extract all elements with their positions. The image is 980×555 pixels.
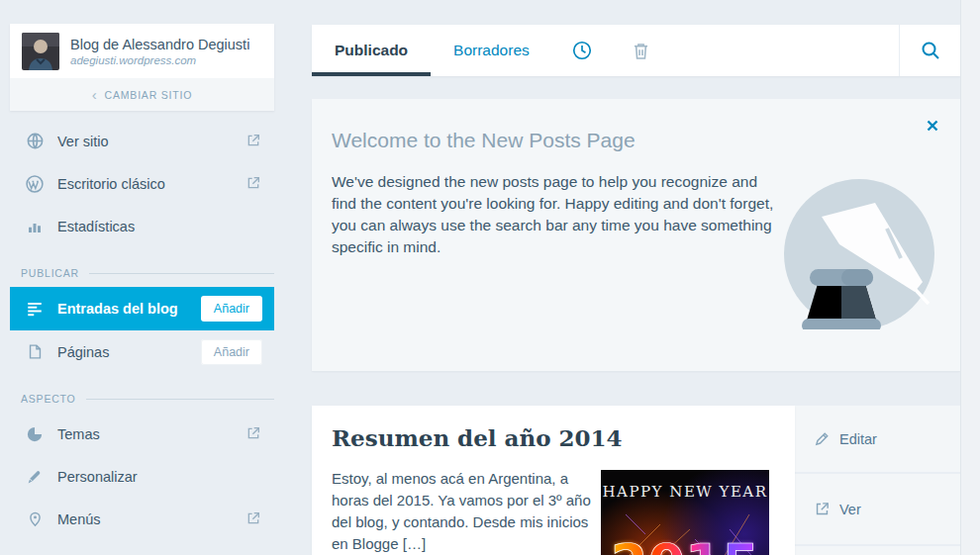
thumb-caption-top: HAPPY NEW YEAR <box>602 483 767 501</box>
edit-post-button[interactable]: Editar <box>795 406 960 472</box>
trash-icon <box>631 41 651 61</box>
site-avatar <box>22 33 59 70</box>
external-link-icon <box>245 510 262 527</box>
external-link-icon <box>245 175 262 192</box>
welcome-banner: Welcome to the New Posts Page We've desi… <box>312 99 960 371</box>
close-banner-button[interactable] <box>924 117 943 137</box>
location-pin-icon <box>25 509 45 529</box>
sidebar-item-label: Menús <box>57 511 245 527</box>
section-divider <box>86 399 274 400</box>
sidebar-item-label: Personalizar <box>57 469 262 485</box>
trashed-posts-button[interactable] <box>612 25 671 76</box>
section-label: PUBLICAR <box>21 267 79 279</box>
search-icon <box>919 39 942 62</box>
pencil-icon <box>814 430 831 447</box>
site-card: Blog de Alessandro Degiusti adegiusti.wo… <box>10 24 274 111</box>
tab-published[interactable]: Publicado <box>312 25 431 76</box>
tab-drafts[interactable]: Borradores <box>431 25 552 76</box>
sidebar-item-estadisticas[interactable]: Estadísticas <box>10 205 274 247</box>
post-main: Resumen del año 2014 Estoy, al menos acá… <box>312 406 795 555</box>
sidebar-section-publicar: PUBLICAR <box>21 267 274 279</box>
stats-bars-icon <box>25 217 45 236</box>
wordpress-posts-page: Blog de Alessandro Degiusti adegiusti.wo… <box>0 0 980 555</box>
sidebar-item-label: Escritorio clásico <box>57 176 245 192</box>
main-content: Publicado Borradores Welcome to the New … <box>312 0 960 555</box>
posts-filter-bar: Publicado Borradores <box>312 25 960 76</box>
site-title: Blog de Alessandro Degiusti <box>70 37 249 52</box>
post-excerpt: Estoy, al menos acá en Argentina, a hora… <box>332 468 597 555</box>
welcome-title: Welcome to the New Posts Page <box>332 129 636 152</box>
sidebar-item-ver-sitio[interactable]: Ver sitio <box>10 120 274 162</box>
view-post-button[interactable]: Ver <box>795 474 960 544</box>
post-title[interactable]: Resumen del año 2014 <box>332 424 623 451</box>
site-text: Blog de Alessandro Degiusti adegiusti.wo… <box>70 37 249 66</box>
sidebar-item-label: Páginas <box>57 344 201 360</box>
sidebar-item-menus[interactable]: Menús <box>10 498 274 540</box>
sidebar-item-label: Estadísticas <box>57 219 262 234</box>
post-thumbnail[interactable]: HAPPY NEW YEAR 2015 2015 <box>601 470 769 555</box>
sidebar-item-label: Entradas del blog <box>57 301 201 317</box>
external-link-icon <box>245 425 262 442</box>
chevron-left-icon: ‹ <box>92 87 98 102</box>
view-label: Ver <box>839 502 861 517</box>
scheduled-posts-button[interactable] <box>552 25 612 76</box>
sidebar-item-escritorio-clasico[interactable]: Escritorio clásico <box>10 162 274 205</box>
search-button[interactable] <box>899 25 960 76</box>
current-site[interactable]: Blog de Alessandro Degiusti adegiusti.wo… <box>10 24 274 78</box>
external-link-icon <box>814 501 831 517</box>
add-page-button[interactable]: Añadir <box>201 339 262 365</box>
section-divider <box>89 273 274 274</box>
sidebar-item-label: Temas <box>57 426 245 442</box>
globe-icon <box>25 132 45 151</box>
edit-label: Editar <box>839 431 877 447</box>
sidebar-menu: Ver sitio Escritorio clásico Estadísti <box>0 120 297 540</box>
sidebar-item-label: Ver sitio <box>57 134 245 149</box>
change-site-button[interactable]: ‹ CAMBIAR SITIO <box>10 78 274 111</box>
sidebar-item-temas[interactable]: Temas <box>10 413 274 455</box>
sidebar-item-entradas-del-blog[interactable]: Entradas del blog Añadir <box>10 287 274 330</box>
welcome-body: We've designed the new posts page to hel… <box>332 171 779 258</box>
sidebar-item-paginas[interactable]: Páginas Añadir <box>10 330 274 373</box>
page-icon <box>25 342 45 362</box>
change-site-label: CAMBIAR SITIO <box>105 89 193 101</box>
tabbar-spacer <box>671 25 899 76</box>
quill-inkwell-illustration <box>784 179 934 329</box>
scrollbar-track[interactable] <box>960 0 980 555</box>
tab-label: Publicado <box>335 42 408 59</box>
sidebar-item-personalizar[interactable]: Personalizar <box>10 455 274 498</box>
site-url: adegiusti.wordpress.com <box>70 54 249 66</box>
external-link-icon <box>245 133 262 149</box>
themes-icon <box>25 424 45 444</box>
close-icon <box>924 117 941 135</box>
add-post-button[interactable]: Añadir <box>201 296 262 322</box>
clock-icon <box>571 40 593 61</box>
more-actions-cell[interactable] <box>795 546 960 555</box>
post-card: Resumen del año 2014 Estoy, al menos acá… <box>312 406 960 555</box>
thumb-caption-year: 2015 <box>611 532 759 555</box>
posts-icon <box>25 299 45 319</box>
wordpress-icon <box>25 174 45 194</box>
sidebar: Blog de Alessandro Degiusti adegiusti.wo… <box>0 0 297 555</box>
section-label: ASPECTO <box>21 393 76 405</box>
tab-label: Borradores <box>453 42 530 59</box>
customize-brush-icon <box>25 467 45 487</box>
sidebar-section-aspecto: ASPECTO <box>21 393 274 405</box>
post-actions: Editar Ver <box>795 406 960 555</box>
